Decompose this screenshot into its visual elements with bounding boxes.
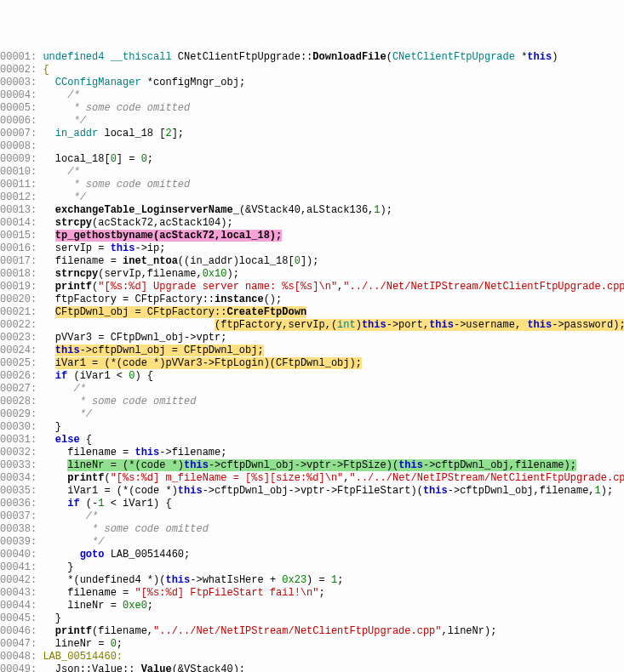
code-line[interactable]: 00024: this->cftpDwnl_obj = CFtpDwnl_obj… bbox=[0, 345, 624, 357]
code-line[interactable]: 00043: filename = "[%s:%d] FtpFileStart … bbox=[0, 587, 624, 600]
code-line[interactable]: 00006: */ bbox=[0, 115, 624, 128]
code-token: ; bbox=[117, 638, 123, 650]
code-line[interactable]: 00014: strcpy(acStack72,acStack104); bbox=[0, 217, 624, 230]
line-number: 00017: bbox=[0, 255, 37, 267]
code-token: "[%s:%d] FtpFileStart fail!\n" bbox=[135, 587, 318, 599]
code-line[interactable]: 00030: } bbox=[0, 421, 624, 434]
code-line[interactable]: 00047: lineNr = 0; bbox=[0, 638, 624, 651]
line-number: 00031: bbox=[0, 434, 37, 446]
code-token: 0xe0 bbox=[123, 600, 147, 612]
code-line[interactable]: 00009: local_18[0] = 0; bbox=[0, 153, 624, 166]
code-line[interactable]: 00021: CFtpDwnl_obj = CFtpFactory::Creat… bbox=[0, 306, 624, 319]
code-line[interactable]: 00025: iVar1 = (*(code *)pVVar3->FtpLogi… bbox=[0, 357, 624, 370]
code-line[interactable]: 00026: if (iVar1 < 0) { bbox=[0, 370, 624, 383]
code-token: this bbox=[398, 459, 423, 471]
code-token: /* bbox=[73, 383, 85, 395]
code-line[interactable]: 00017: filename = inet_ntoa((in_addr)loc… bbox=[0, 255, 624, 268]
line-number: 00043: bbox=[0, 587, 37, 599]
code-line[interactable]: 00044: lineNr = 0xe0; bbox=[0, 600, 624, 612]
line-number: 00026: bbox=[0, 370, 37, 382]
code-line[interactable]: 00039: */ bbox=[0, 536, 624, 549]
code-line[interactable]: 00029: */ bbox=[0, 408, 624, 421]
code-token: "[%s:%d] m_fileName = [%s][size:%d]\n" bbox=[111, 472, 344, 484]
code-token: else bbox=[55, 434, 80, 446]
code-line[interactable]: 00010: /* bbox=[0, 166, 624, 179]
code-token: printf bbox=[55, 625, 92, 637]
code-line[interactable]: 00015: tp_gethostbyname(acStack72,local_… bbox=[0, 230, 624, 242]
code-token bbox=[37, 396, 79, 407]
code-line[interactable]: 00005: * some code omitted bbox=[0, 102, 624, 115]
code-token: (- bbox=[80, 498, 99, 510]
code-token: */ bbox=[73, 115, 85, 127]
code-line[interactable]: 00045: } bbox=[0, 612, 624, 625]
code-line[interactable]: 00012: */ bbox=[0, 191, 624, 204]
code-token bbox=[37, 472, 67, 484]
code-line[interactable]: 00046: printf(filename,"../../Net/NetIPS… bbox=[0, 625, 624, 638]
code-line[interactable]: 00037: /* bbox=[0, 510, 624, 523]
code-line[interactable]: 00011: * some code omitted bbox=[0, 179, 624, 191]
line-number: 00037: bbox=[0, 510, 37, 522]
code-token: printf bbox=[67, 472, 104, 484]
code-line[interactable]: 00018: strncpy(servIp,filename,0x10); bbox=[0, 268, 624, 281]
code-line[interactable]: 00032: filename = this->filename; bbox=[0, 447, 624, 459]
code-token: this bbox=[429, 319, 454, 331]
line-number: 00027: bbox=[0, 383, 37, 395]
code-line[interactable]: 00040: goto LAB_00514460; bbox=[0, 549, 624, 561]
code-token: ->password); bbox=[552, 319, 624, 331]
code-token: ]; bbox=[172, 128, 184, 140]
code-token: } bbox=[37, 561, 73, 573]
code-line[interactable]: 00042: *(undefined4 *)(this->whatIsHere … bbox=[0, 574, 624, 587]
decompiler-code-view[interactable]: 00001: undefined4 __thiscall CNetClientF… bbox=[0, 51, 624, 672]
code-line[interactable]: 00041: } bbox=[0, 561, 624, 574]
code-line[interactable]: 00035: iVar1 = (*(code *)this->cftpDwnl_… bbox=[0, 485, 624, 498]
code-token: *(undefined4 *)( bbox=[37, 574, 165, 586]
code-line[interactable]: 00049: Json::Value::_Value(&VStack40); bbox=[0, 663, 624, 672]
line-number: 00049: bbox=[0, 663, 37, 672]
code-token: * some code omitted bbox=[73, 102, 190, 114]
code-line[interactable]: 00020: ftpFactory = CFtpFactory::instanc… bbox=[0, 293, 624, 306]
code-token: /* bbox=[67, 89, 79, 101]
line-number: 00025: bbox=[0, 357, 37, 369]
code-token: ) bbox=[552, 51, 558, 63]
code-token: this bbox=[165, 574, 190, 586]
code-line[interactable]: 00027: /* bbox=[0, 383, 624, 396]
code-line[interactable]: 00008: bbox=[0, 140, 624, 153]
code-line[interactable]: 00023: pVVar3 = CFtpDwnl_obj->vptr; bbox=[0, 332, 624, 345]
code-line[interactable]: 00033: lineNr = (*(code *)this->cftpDwnl… bbox=[0, 459, 624, 472]
line-number: 00029: bbox=[0, 408, 37, 420]
code-token: exchangeTable_LoginserverName_ bbox=[55, 204, 239, 216]
line-number: 00013: bbox=[0, 204, 37, 216]
code-token: CNetClientFtpUpgrade bbox=[392, 51, 515, 63]
code-line[interactable]: 00001: undefined4 __thiscall CNetClientF… bbox=[0, 51, 624, 64]
code-line[interactable]: 00028: * some code omitted bbox=[0, 396, 624, 408]
code-line[interactable]: 00022: (ftpFactory,servIp,(int)this->por… bbox=[0, 319, 624, 332]
code-line[interactable]: 00002: { bbox=[0, 64, 624, 77]
code-line[interactable]: 00031: else { bbox=[0, 434, 624, 447]
code-line[interactable]: 00016: servIp = this->ip; bbox=[0, 242, 624, 255]
code-line[interactable]: 00048: LAB_00514460: bbox=[0, 651, 624, 663]
code-line[interactable]: 00007: in_addr local_18 [2]; bbox=[0, 128, 624, 140]
code-token bbox=[37, 549, 79, 561]
code-line[interactable]: 00004: /* bbox=[0, 89, 624, 102]
line-number: 00022: bbox=[0, 319, 37, 331]
code-token: ->filename; bbox=[159, 447, 226, 458]
code-token: ftpFactory = CFtpFactory:: bbox=[37, 293, 215, 305]
code-line[interactable]: 00034: printf("[%s:%d] m_fileName = [%s]… bbox=[0, 472, 624, 485]
code-token: tp_gethostbyname(acStack72,local_18); bbox=[55, 230, 282, 242]
code-token bbox=[37, 510, 86, 522]
code-token: 0 bbox=[141, 153, 147, 165]
code-token: ->cftpDwnl_obj,filename, bbox=[448, 485, 595, 497]
code-line[interactable]: 00019: printf("[%s:%d] Upgrade server na… bbox=[0, 281, 624, 293]
code-line[interactable]: 00038: * some code omitted bbox=[0, 523, 624, 536]
code-line[interactable]: 00013: exchangeTable_LoginserverName_(&V… bbox=[0, 204, 624, 217]
code-token: ( bbox=[386, 51, 392, 63]
code-token: 0x10 bbox=[203, 268, 227, 280]
code-token: ; bbox=[337, 574, 343, 586]
code-line[interactable]: 00036: if (-1 < iVar1) { bbox=[0, 498, 624, 510]
code-token bbox=[37, 281, 55, 293]
code-token: ->cftpDwnl_obj,filename); bbox=[423, 459, 576, 471]
code-token: if bbox=[67, 498, 79, 510]
code-line[interactable]: 00003: CConfigManager *configMngr_obj; bbox=[0, 77, 624, 89]
line-number: 00006: bbox=[0, 115, 37, 127]
code-token: /* bbox=[67, 166, 79, 178]
